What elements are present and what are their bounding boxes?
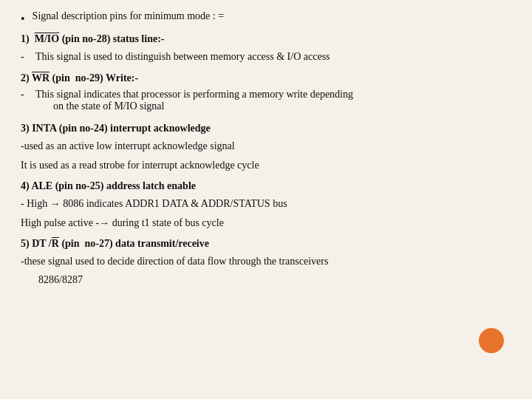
section-mio: 1) M/IO (pin no-28) status line:- - This… xyxy=(21,32,511,65)
section-dtr-desc2: 8286/8287 xyxy=(38,273,511,287)
section-dtr-heading: 5) DT /R (pin no-27) data transmit/recei… xyxy=(21,236,511,251)
section-ale: 4) ALE (pin no-25) address latch enable … xyxy=(21,179,511,231)
wr-desc-block: This signal indicates that processor is … xyxy=(35,89,353,115)
signal-desc-text: Signal description pins for minimum mode… xyxy=(33,10,225,22)
wr-desc-line2: on the state of M/IO signal xyxy=(53,100,353,112)
section-inta: 3) INTA (pin no-24) interrupt acknowledg… xyxy=(21,121,511,173)
r-overline: R xyxy=(52,238,59,249)
section-ale-desc1: - High → 8086 indicates ADDR1 DATA & ADD… xyxy=(21,197,511,211)
bullet-signal-desc: • Signal description pins for minimum mo… xyxy=(21,10,511,27)
section-mio-desc: - This signal is used to distinguish bet… xyxy=(21,50,511,64)
section-inta-desc2: It is used as a read strobe for interrup… xyxy=(21,158,511,173)
orange-circle-decoration xyxy=(479,328,504,353)
section-dtr: 5) DT /R (pin no-27) data transmit/recei… xyxy=(21,236,511,288)
dash-char: - xyxy=(21,50,30,64)
section-ale-heading: 4) ALE (pin no-25) address latch enable xyxy=(21,179,511,194)
page: • Signal description pins for minimum mo… xyxy=(0,0,532,399)
section-wr-heading: 2) WR (pin no-29) Write:- xyxy=(21,71,511,86)
dash-char-2: - xyxy=(21,89,30,100)
section-dtr-desc1: -these signal used to decide direction o… xyxy=(21,254,511,269)
wr-desc-line1: This signal indicates that processor is … xyxy=(35,89,353,100)
mio-desc-text: This signal is used to distinguish betwe… xyxy=(35,50,330,64)
section-wr: 2) WR (pin no-29) Write:- - This signal … xyxy=(21,71,511,115)
section-mio-heading: 1) M/IO (pin no-28) status line:- xyxy=(21,32,511,47)
section-inta-heading: 3) INTA (pin no-24) interrupt acknowledg… xyxy=(21,121,511,136)
bullet-char: • xyxy=(21,10,25,27)
wr-overline: WR xyxy=(32,72,50,83)
section-ale-desc2: High pulse active -→ during t1 state of … xyxy=(21,216,511,231)
section-inta-desc1: -used as an active low interrupt acknowl… xyxy=(21,139,511,154)
mio-overline: M/IO xyxy=(35,33,59,44)
section-wr-desc: - This signal indicates that processor i… xyxy=(21,89,511,115)
